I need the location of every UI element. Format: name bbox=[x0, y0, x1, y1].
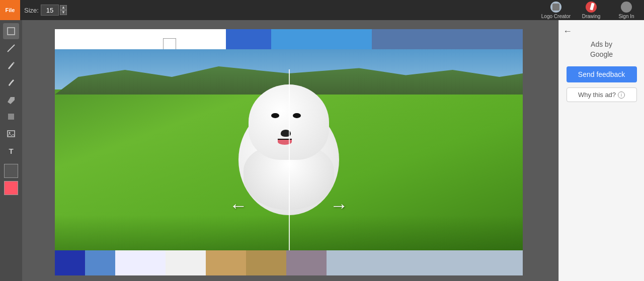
topbar-right: Logo Creator Drawing Sign In bbox=[538, 0, 644, 20]
canvas-area[interactable]: ← → bbox=[22, 20, 558, 281]
svg-marker-2 bbox=[8, 97, 15, 104]
bottom-seg-3 bbox=[115, 250, 166, 275]
text-tool-button[interactable]: T bbox=[3, 143, 19, 159]
bottom-banner-strip bbox=[55, 250, 523, 275]
color-swatch-red[interactable] bbox=[4, 181, 18, 195]
svg-rect-0 bbox=[8, 28, 15, 35]
select-tool-button[interactable] bbox=[3, 23, 19, 39]
sign-in-icon bbox=[621, 2, 632, 13]
ads-by-google-label: Ads by Google bbox=[590, 40, 613, 59]
svg-rect-4 bbox=[8, 131, 15, 137]
size-label: Size: bbox=[24, 7, 39, 14]
sign-in-label: Sign In bbox=[618, 14, 634, 19]
why-this-ad-button[interactable]: Why this ad? i bbox=[567, 87, 637, 102]
dog-photo-area: ← → bbox=[55, 49, 523, 275]
bottom-seg-8 bbox=[327, 250, 523, 275]
dog-mouth bbox=[278, 139, 292, 145]
bottom-seg-2 bbox=[85, 250, 115, 275]
banner-seg-6 bbox=[271, 29, 372, 49]
app-logo[interactable]: File bbox=[0, 0, 20, 20]
sign-in-button[interactable]: Sign In bbox=[609, 0, 644, 20]
drawing-button[interactable]: Drawing bbox=[574, 0, 609, 20]
dog-nose bbox=[281, 130, 291, 137]
pencil-tool-button[interactable] bbox=[3, 57, 19, 73]
dog-right-eye bbox=[293, 113, 301, 118]
ads-panel: ← Ads by Google Send feedback Why this a… bbox=[558, 20, 644, 281]
size-up-button[interactable]: ▲ bbox=[60, 5, 67, 10]
brush-icon bbox=[7, 78, 16, 87]
select-icon bbox=[7, 27, 16, 36]
bottom-seg-7 bbox=[286, 250, 327, 275]
pencil-icon bbox=[7, 61, 16, 70]
bottom-seg-6 bbox=[246, 250, 286, 275]
brush-tool-button[interactable] bbox=[3, 74, 19, 90]
shape-icon bbox=[7, 112, 16, 121]
bottom-seg-5 bbox=[206, 250, 246, 275]
dog-body bbox=[223, 74, 354, 235]
drawing-icon bbox=[586, 2, 597, 13]
main-layout: T bbox=[0, 20, 644, 281]
dog-head bbox=[249, 84, 329, 160]
image-tool-button[interactable] bbox=[3, 126, 19, 142]
shape-tool-button[interactable] bbox=[3, 109, 19, 125]
app-name-label: File bbox=[6, 7, 15, 13]
line-icon bbox=[7, 44, 16, 53]
send-feedback-button[interactable]: Send feedback bbox=[567, 66, 637, 82]
panel-back-button[interactable]: ← bbox=[563, 26, 572, 37]
canvas-wrapper: ← → bbox=[55, 29, 523, 275]
dog-left-eye bbox=[271, 113, 279, 118]
why-this-ad-label: Why this ad? bbox=[578, 91, 616, 99]
eraser-tool-button[interactable] bbox=[3, 91, 19, 108]
eraser-icon bbox=[7, 95, 16, 104]
size-down-button[interactable]: ▼ bbox=[60, 10, 67, 15]
logo-creator-icon bbox=[550, 2, 561, 13]
ads-line2: Google bbox=[590, 50, 613, 58]
size-input[interactable] bbox=[41, 5, 59, 16]
banner-seg-7 bbox=[372, 29, 523, 49]
ads-line1: Ads by bbox=[591, 40, 612, 48]
svg-line-1 bbox=[8, 45, 15, 52]
drawing-label: Drawing bbox=[582, 14, 601, 19]
logo-creator-button[interactable]: Logo Creator bbox=[538, 0, 574, 20]
line-tool-button[interactable] bbox=[3, 40, 19, 56]
text-icon: T bbox=[9, 147, 13, 155]
info-icon: i bbox=[618, 91, 625, 99]
bottom-seg-4 bbox=[166, 250, 206, 275]
size-spinner: ▲ ▼ bbox=[60, 5, 67, 15]
left-toolbar: T bbox=[0, 20, 22, 281]
bottom-seg-1 bbox=[55, 250, 85, 275]
color-swatch-dark[interactable] bbox=[4, 164, 18, 178]
image-icon bbox=[7, 129, 16, 138]
svg-point-5 bbox=[9, 132, 11, 134]
topbar: File Size: ▲ ▼ Logo Creator Drawing Sign… bbox=[0, 0, 644, 20]
logo-creator-label: Logo Creator bbox=[541, 14, 571, 19]
svg-rect-3 bbox=[8, 114, 14, 120]
